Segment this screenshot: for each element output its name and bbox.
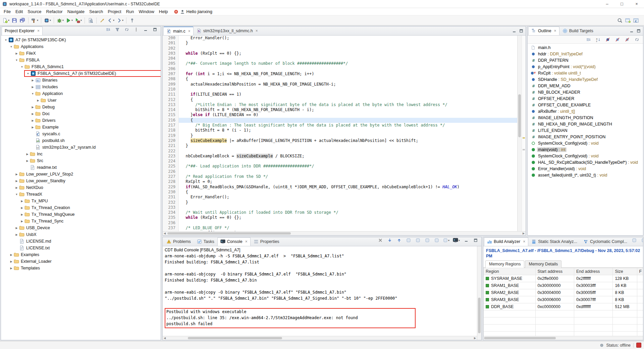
close-icon[interactable]: × xyxy=(523,239,525,244)
outline-item[interactable]: main.h xyxy=(528,44,643,51)
code-line-217[interactable]: 217 /* Big Endian : The least significan… xyxy=(163,123,517,128)
code-line-212[interactable]: 212 { xyxy=(163,97,517,102)
menu-file[interactable]: File xyxy=(1,8,13,15)
tree-item[interactable]: ▶External_Loader xyxy=(1,258,161,265)
tree-expander-icon[interactable]: ▶ xyxy=(14,186,19,189)
tree-expander-icon[interactable]: ▼ xyxy=(4,39,8,42)
tree-item[interactable]: LICENSE.md xyxy=(1,238,161,245)
tree-expander-icon[interactable]: ▶ xyxy=(14,180,19,183)
tree-expander-icon[interactable]: ▶ xyxy=(20,206,24,209)
table-row[interactable]: SYSRAM_BASE0x2ffe00000x2fffffff128 KB xyxy=(484,275,643,282)
hide-non-public-button[interactable] xyxy=(624,36,631,44)
code-line-218[interactable]: 218 bitShift = 8 * (i - 1); xyxy=(163,128,517,133)
code-line-223[interactable]: 223 nbCubeExampleBlock = sizeCubeExample… xyxy=(163,154,517,159)
maximize-button[interactable] xyxy=(636,28,641,34)
tree-item[interactable]: Csyscalls.c xyxy=(1,131,161,137)
code-line-203[interactable]: 203 while (RxCplt == 0) {}; xyxy=(163,51,517,56)
occurrence-marker[interactable] xyxy=(523,149,525,150)
tree-item[interactable]: ▶Examples xyxy=(1,251,161,258)
close-icon[interactable]: × xyxy=(245,239,248,244)
outline-item[interactable]: #NB_BLOCK_HEADER xyxy=(528,89,643,95)
target-status-indicator[interactable] xyxy=(636,343,641,348)
user-account[interactable]: Hello jianxing xyxy=(174,9,212,14)
editor-vertical-scrollbar[interactable] xyxy=(517,36,522,231)
code-line-208[interactable]: 208 { xyxy=(163,77,517,82)
column-header-region[interactable]: Region xyxy=(484,268,536,275)
pin-console-button[interactable] xyxy=(433,237,440,244)
tree-item[interactable]: ▶Src xyxy=(1,157,161,164)
code-line-221[interactable]: 221 } xyxy=(163,143,517,148)
minimize-button[interactable] xyxy=(142,26,149,34)
editor-horizontal-scrollbar[interactable]: ◀ ▶ xyxy=(163,231,526,235)
minimize-button[interactable] xyxy=(511,28,517,34)
code-line-209[interactable]: 209 actualHexadecimalNbPosition = NB_HEX… xyxy=(163,82,517,87)
column-header-size[interactable]: Size xyxy=(613,268,637,275)
link-with-editor-button[interactable] xyxy=(123,26,130,34)
maximize-button[interactable] xyxy=(472,237,479,244)
code-line-224[interactable]: 224 xyxy=(163,159,517,164)
tab-project-explorer[interactable]: Project Explorer× xyxy=(2,27,43,35)
code-line-231[interactable]: 231 Error_Handler(); xyxy=(163,195,517,200)
outline-item[interactable]: VRxCplt : volatile uint8_t xyxy=(528,70,643,76)
tree-expander-icon[interactable]: ▶ xyxy=(14,233,19,236)
tree-item[interactable]: ▶01Binaries xyxy=(1,77,161,84)
code-line-229[interactable]: 229 if(HAL_SD_ReadBlocks_DMA(&SDHandle, … xyxy=(163,185,517,190)
code-line-235[interactable]: 235 while (RxCplt == 0) {}; xyxy=(163,215,517,220)
tree-item[interactable]: ▶Tx_Thread_MsgQueue xyxy=(1,211,161,218)
tree-item[interactable]: ▼FSBLA_Sdmmc1_A7 (in STM32CubeIDE) xyxy=(1,70,161,77)
tree-item[interactable]: ldstm32mp13xx_a7_sysram.ld xyxy=(1,144,161,151)
view-menu-button[interactable] xyxy=(132,26,140,34)
outline-item[interactable]: #OFFSET_CUBE_EXAMPLE xyxy=(528,102,643,108)
menu-project[interactable]: Project xyxy=(105,8,123,15)
tree-item[interactable]: shpostbuild.sh xyxy=(1,137,161,144)
tree-expander-icon[interactable]: ▶ xyxy=(20,220,24,223)
menu-search[interactable]: Search xyxy=(87,8,105,15)
occurrence-marker[interactable] xyxy=(523,137,525,139)
collapse-all-button[interactable] xyxy=(104,26,112,34)
column-header-f[interactable]: F xyxy=(637,268,643,275)
tab-console[interactable]: Console× xyxy=(217,237,251,246)
filter-button[interactable] xyxy=(114,26,121,34)
outline-item[interactable]: #OFFSET_HEADER xyxy=(528,95,643,102)
code-line-204[interactable]: 204 xyxy=(163,56,517,61)
tree-item[interactable]: ▶Tx_Thread_Sync xyxy=(1,218,161,225)
outline-item[interactable]: #LITLE_ENDIAN xyxy=(528,127,643,134)
menu-refactor[interactable]: Refactor xyxy=(44,8,65,15)
tree-expander-icon[interactable]: ▼ xyxy=(14,193,19,196)
code-line-227[interactable]: 227 /* Read application from the SD */ xyxy=(163,174,517,179)
export-report-button[interactable] xyxy=(631,237,638,244)
save-all-button[interactable] xyxy=(19,16,26,24)
tree-expander-icon[interactable]: ▶ xyxy=(9,267,13,270)
code-editor[interactable]: 200 Error_Handler();201 }202 203 while (… xyxy=(163,36,517,231)
menu-edit[interactable]: Edit xyxy=(13,8,25,15)
outline-item[interactable]: #IMAGE_LENGTH_POSITION xyxy=(528,114,643,121)
outline-item[interactable]: p_AppEntryPoint : void(*)(void) xyxy=(528,63,643,70)
close-icon[interactable]: × xyxy=(554,29,556,33)
tree-expander-icon[interactable]: ▶ xyxy=(14,52,19,55)
table-row[interactable]: SRAM3_BASE0x300060000x30007fff8 KB xyxy=(484,296,643,303)
tab-main-c[interactable]: C main.c× xyxy=(163,27,194,35)
outline-item[interactable]: main(void) : int xyxy=(528,146,643,153)
next-message-button[interactable] xyxy=(386,237,393,244)
column-header-start-address[interactable]: Start address xyxy=(535,268,574,275)
outline-item[interactable]: #NB_HEXA_NB_FOR_IMAGE_LENGTH xyxy=(528,121,643,127)
tree-expander-icon[interactable]: ▶ xyxy=(31,86,35,89)
code-line-216[interactable]: 216 { xyxy=(163,118,517,123)
tree-expander-icon[interactable]: ▶ xyxy=(36,99,40,102)
code-line-225[interactable]: 225 /*##- Load application into DDR ####… xyxy=(163,164,517,169)
word-wrap-button[interactable] xyxy=(424,237,431,244)
outline-item[interactable]: SystemClock_Config(void) : void xyxy=(528,140,643,146)
code-line-213[interactable]: 213 /*Little Endian : The most significa… xyxy=(163,102,517,107)
tab-problems[interactable]: Problems xyxy=(163,237,194,246)
remove-launch-button[interactable] xyxy=(377,237,384,244)
save-button[interactable] xyxy=(11,16,18,24)
tree-item[interactable]: ▶Low_power_Standby xyxy=(1,178,161,184)
tree-expander-icon[interactable]: ▶ xyxy=(31,112,35,115)
menu-window[interactable]: Window xyxy=(137,8,157,15)
outline-item[interactable]: HAL_SD_RxCpltCallback(SD_HandleTypeDef*)… xyxy=(528,159,643,165)
back-button[interactable]: ▾ xyxy=(107,16,115,24)
tree-item[interactable]: ▼FSBLA xyxy=(1,57,161,63)
tree-expander-icon[interactable]: ▼ xyxy=(31,92,35,95)
tree-expander-icon[interactable]: ▶ xyxy=(31,126,35,129)
tree-expander-icon[interactable]: ▶ xyxy=(14,227,19,230)
